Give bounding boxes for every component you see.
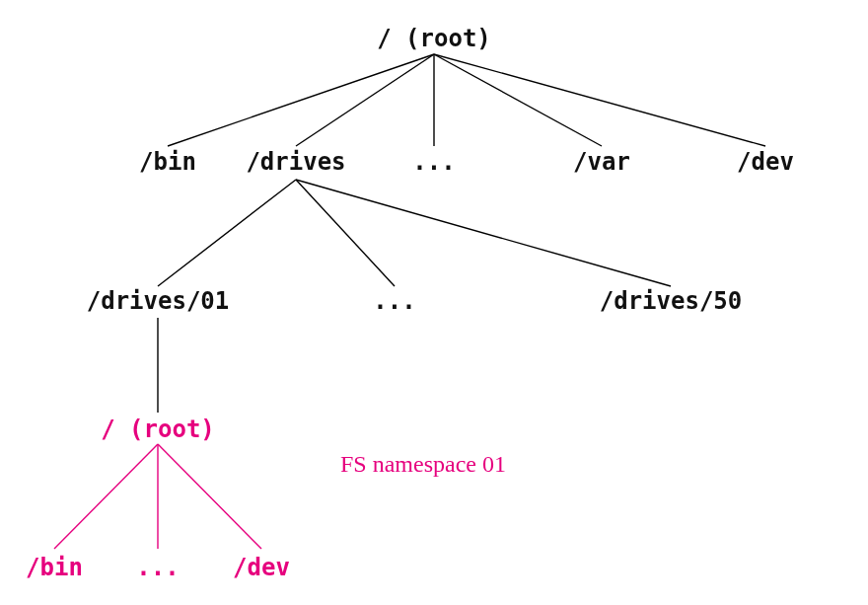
- edge-drives-01: [158, 180, 296, 286]
- node-dev: /dev: [737, 148, 794, 176]
- node-ns-bin: /bin: [26, 554, 83, 581]
- node-root: / (root): [377, 25, 491, 52]
- node-bin: /bin: [139, 148, 196, 176]
- edge-drives-ellipsis: [296, 180, 395, 286]
- edge-nsroot-nsbin: [54, 444, 158, 549]
- annotation-fs-namespace: FS namespace 01: [340, 451, 506, 477]
- edge-drives-50: [296, 180, 671, 286]
- edge-root-bin: [168, 54, 434, 146]
- node-drives-50: /drives/50: [600, 287, 743, 315]
- edge-root-var: [434, 54, 602, 146]
- node-ns-dev: /dev: [233, 554, 290, 581]
- node-ellipsis-2: ...: [373, 287, 415, 315]
- node-ns-root: / (root): [101, 416, 215, 443]
- edge-root-dev: [434, 54, 765, 146]
- node-ns-ell: ...: [136, 554, 179, 581]
- filesystem-tree-diagram: / (root) /bin /drives ... /var /dev /dri…: [0, 0, 868, 605]
- node-drives: /drives: [246, 148, 345, 176]
- edge-nsroot-nsdev: [158, 444, 261, 549]
- node-var: /var: [573, 148, 630, 176]
- node-drives-01: /drives/01: [87, 287, 230, 315]
- edge-root-drives: [296, 54, 434, 146]
- node-ellipsis-1: ...: [412, 148, 455, 176]
